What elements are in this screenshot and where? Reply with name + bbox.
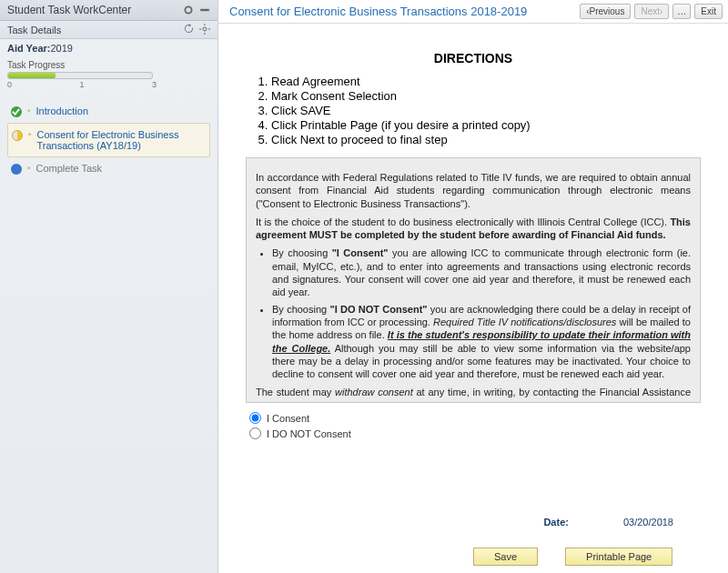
gear-icon[interactable]	[199, 24, 210, 35]
svg-point-2	[203, 27, 207, 31]
txt: It is the choice of the student to do bu…	[256, 216, 670, 227]
task-details-header: Task Details	[0, 21, 217, 39]
directions-list: Read Agreement Mark Consent Selection Cl…	[271, 75, 701, 146]
txt: By choosing	[272, 304, 329, 315]
step-label: Introduction	[36, 106, 88, 116]
aid-year-value: 2019	[51, 43, 73, 54]
txt: Although you may still be able to view s…	[272, 343, 691, 380]
progress-ticks: 0 1 3	[7, 80, 157, 89]
action-buttons: Save Printable Page	[473, 548, 672, 566]
radio-no-consent[interactable]	[249, 427, 261, 439]
step-label: Consent for Electronic Business Transact…	[37, 129, 206, 151]
svg-rect-1	[200, 9, 209, 11]
task-details-label: Task Details	[7, 25, 61, 35]
tick-1: 1	[79, 80, 84, 89]
sidebar: Student Task WorkCenter Task Details Aid…	[0, 0, 218, 573]
txt: The student may	[256, 387, 335, 397]
progress-bar	[7, 72, 153, 79]
check-icon	[11, 106, 22, 117]
page-title: Consent for Electronic Business Transact…	[229, 5, 527, 18]
direction-item: Click Next to proceed to final step	[271, 133, 701, 146]
consent-choices: I Consent I DO NOT Consent	[249, 412, 701, 439]
sidebar-body: Aid Year:2019 Task Progress 0 1 3 * Intr…	[0, 39, 217, 184]
sidebar-title: Student Task WorkCenter	[7, 4, 131, 16]
tick-2: 3	[152, 80, 157, 89]
previous-button[interactable]: ‹Previous	[580, 4, 631, 19]
main-pane: Consent for Electronic Business Transact…	[218, 0, 728, 573]
choice-label: I Consent	[267, 413, 309, 424]
bold-txt: "I DO NOT Consent"	[329, 304, 427, 315]
steps-list: * Introduction * Consent for Electronic …	[7, 100, 210, 180]
choice-consent[interactable]: I Consent	[249, 412, 701, 424]
next-button[interactable]: Next›	[634, 4, 669, 19]
bullet-icon: *	[28, 131, 32, 140]
half-progress-icon	[12, 130, 23, 141]
more-button[interactable]: …	[672, 4, 691, 19]
top-bar: Consent for Electronic Business Transact…	[218, 0, 728, 24]
progress-fill	[8, 73, 56, 78]
bullet-icon: *	[27, 165, 31, 174]
choice-no-consent[interactable]: I DO NOT Consent	[249, 427, 701, 439]
refresh-icon[interactable]	[184, 24, 194, 35]
progress-label: Task Progress	[7, 60, 65, 70]
ital-txt: withdraw consent	[335, 387, 413, 397]
progress-row: Task Progress 0 1 3	[7, 59, 210, 89]
direction-item: Mark Consent Selection	[271, 89, 701, 103]
bullet-icon: *	[27, 107, 31, 116]
agreement-para: It is the choice of the student to do bu…	[256, 216, 691, 242]
pending-icon	[11, 164, 22, 175]
bullet-consent: By choosing "I Consent" you are allowing…	[272, 246, 691, 298]
date-row: Date: 03/20/2018	[543, 517, 673, 528]
save-button[interactable]: Save	[473, 548, 538, 566]
exit-button[interactable]: Exit	[694, 4, 723, 19]
close-icon[interactable]	[199, 5, 210, 15]
tick-0: 0	[7, 80, 12, 89]
aid-year-label: Aid Year:	[7, 43, 51, 54]
radio-consent[interactable]	[249, 412, 261, 424]
bold-txt: "I Consent"	[332, 247, 389, 258]
direction-item: Read Agreement	[271, 75, 701, 88]
printable-page-button[interactable]: Printable Page	[565, 548, 672, 566]
bullet-no-consent: By choosing "I DO NOT Consent" you are a…	[272, 303, 691, 381]
date-value: 03/20/2018	[623, 517, 673, 528]
direction-item: Click SAVE	[271, 104, 701, 117]
agreement-bullets: By choosing "I Consent" you are allowing…	[272, 246, 691, 380]
agreement-text[interactable]: In accordance with Federal Regulations r…	[246, 157, 701, 403]
collapse-icon[interactable]	[183, 5, 194, 15]
nav-buttons: ‹Previous Next› … Exit	[580, 4, 723, 19]
step-introduction[interactable]: * Introduction	[7, 100, 210, 123]
sidebar-title-bar: Student Task WorkCenter	[0, 0, 217, 21]
content-area: DIRECTIONS Read Agreement Mark Consent S…	[218, 24, 728, 452]
date-label: Date:	[543, 517, 569, 528]
step-complete[interactable]: * Complete Task	[7, 157, 210, 180]
agreement-para: In accordance with Federal Regulations r…	[256, 171, 691, 210]
choice-label: I DO NOT Consent	[267, 428, 351, 439]
direction-item: Click Printable Page (if you desire a pr…	[271, 118, 701, 132]
txt: By choosing	[272, 247, 332, 258]
aid-year-row: Aid Year:2019	[7, 43, 210, 54]
svg-point-0	[185, 6, 191, 13]
ital-txt: Required Title IV notifications/disclosu…	[433, 317, 616, 327]
step-label: Complete Task	[36, 163, 103, 174]
agreement-para: The student may withdraw consent at any …	[256, 386, 691, 403]
step-consent[interactable]: * Consent for Electronic Business Transa…	[7, 123, 210, 157]
directions-heading: DIRECTIONS	[246, 51, 701, 65]
